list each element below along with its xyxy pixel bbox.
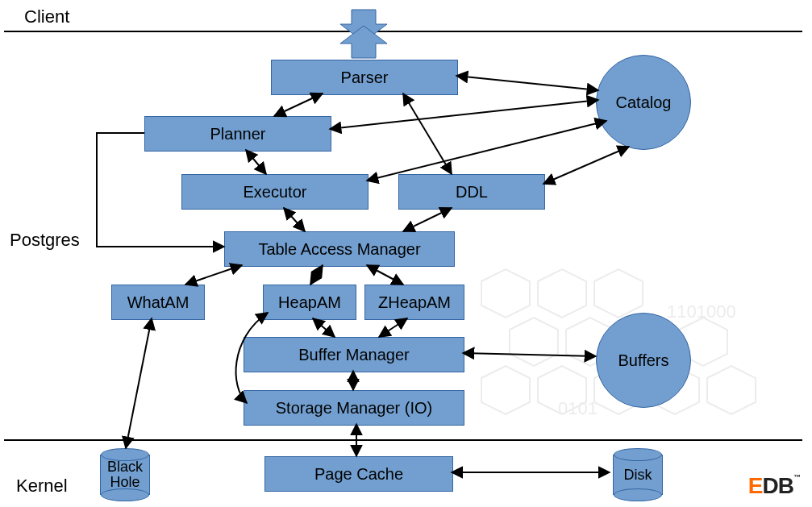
node-bufmgr-label: Buffer Manager	[298, 347, 410, 364]
svg-marker-2	[594, 269, 643, 318]
node-catalog: Catalog	[596, 55, 691, 150]
node-ddl-label: DDL	[456, 184, 488, 201]
brand-tm: ™	[793, 473, 800, 481]
svg-line-30	[463, 353, 596, 356]
node-buffers: Buffers	[596, 313, 691, 408]
svg-line-18	[456, 76, 598, 90]
svg-line-22	[246, 150, 266, 174]
diagram-stage: 1101000 0101 Client Postgres Kernel Pars…	[0, 0, 812, 507]
node-whatam: WhatAM	[111, 285, 205, 320]
svg-line-28	[313, 318, 335, 337]
node-heapam-label: HeapAM	[278, 294, 341, 311]
svg-line-21	[543, 147, 629, 184]
svg-line-27	[367, 265, 403, 285]
node-parser-label: Parser	[341, 69, 389, 86]
svg-line-24	[403, 208, 452, 231]
node-tam: Table Access Manager	[224, 231, 455, 267]
svg-marker-1	[538, 269, 586, 318]
node-blackhole: Black Hole	[100, 455, 150, 495]
svg-text:0101: 0101	[558, 398, 598, 418]
node-disk: Disk	[613, 455, 663, 495]
separator-postgres-kernel	[4, 439, 802, 441]
node-tam-label: Table Access Manager	[258, 241, 420, 258]
node-pagecache: Page Cache	[264, 456, 453, 492]
node-blackhole-label: Black Hole	[107, 459, 143, 490]
big-arrow-icon	[340, 10, 387, 58]
node-pagecache-label: Page Cache	[314, 466, 403, 483]
node-planner: Planner	[144, 116, 331, 152]
node-buffers-label: Buffers	[618, 352, 669, 369]
section-client-label: Client	[24, 6, 69, 27]
svg-line-33	[126, 318, 152, 448]
svg-marker-7	[481, 366, 530, 414]
node-planner-label: Planner	[210, 126, 266, 143]
node-whatam-label: WhatAM	[127, 294, 189, 311]
separator-client-postgres	[4, 31, 802, 32]
node-disk-label: Disk	[624, 468, 652, 483]
node-catalog-label: Catalog	[616, 94, 672, 111]
node-heapam: HeapAM	[263, 285, 356, 320]
svg-marker-0	[481, 269, 530, 318]
svg-marker-14	[340, 10, 387, 42]
node-parser: Parser	[271, 60, 458, 95]
node-zheapam-label: ZHeapAM	[378, 294, 451, 311]
svg-line-26	[310, 265, 323, 285]
svg-line-29	[379, 318, 407, 337]
svg-line-23	[284, 208, 305, 231]
svg-line-25	[185, 265, 242, 285]
node-zheapam: ZHeapAM	[364, 285, 464, 320]
node-ddl: DDL	[398, 174, 545, 210]
node-executor: Executor	[181, 174, 369, 210]
svg-line-19	[330, 100, 598, 129]
node-smgr: Storage Manager (IO)	[244, 390, 464, 426]
section-postgres-label: Postgres	[10, 230, 80, 251]
brand-e: E	[748, 473, 763, 498]
svg-marker-11	[707, 366, 756, 414]
node-smgr-label: Storage Manager (IO)	[276, 400, 433, 417]
node-executor-label: Executor	[244, 184, 307, 201]
brand-logo: EDB™	[748, 473, 800, 499]
svg-text:1101000: 1101000	[667, 301, 736, 322]
brand-db: DB	[763, 473, 793, 498]
svg-marker-8	[538, 366, 586, 414]
svg-line-20	[367, 121, 606, 181]
svg-line-17	[403, 94, 452, 174]
svg-line-16	[274, 94, 323, 116]
section-kernel-label: Kernel	[16, 476, 68, 497]
node-bufmgr: Buffer Manager	[244, 337, 464, 372]
svg-marker-3	[510, 318, 558, 366]
